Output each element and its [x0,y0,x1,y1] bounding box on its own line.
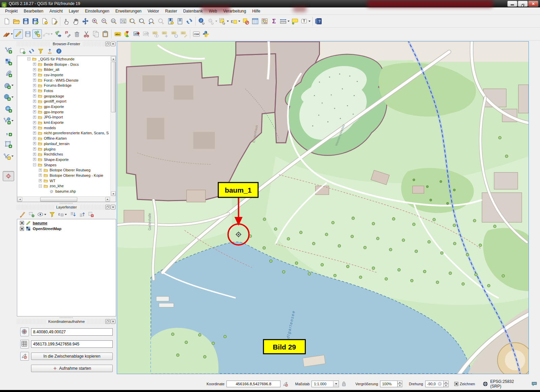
tree-item[interactable]: +gpx-Importe [17,109,110,115]
grid-crs-button[interactable] [20,340,29,348]
tree-item[interactable]: +geotiff_export [17,99,110,104]
show-statistics-button[interactable]: Σ [269,17,279,26]
layers-close-button[interactable] [111,205,115,209]
python-console-button[interactable] [201,29,211,39]
select-by-expression-button[interactable]: ε [230,17,241,26]
tree-expander[interactable]: + [33,105,36,108]
help-button[interactable]: ? [314,17,324,26]
menu-layer[interactable]: Layer [66,8,82,14]
add-postgis-layer-button[interactable] [3,81,14,90]
save-project-as-button[interactable] [30,17,40,26]
tree-expander[interactable]: + [33,142,36,145]
scale-lock-icon[interactable] [341,381,347,387]
tree-expander[interactable]: + [33,126,36,129]
browser-hscrollbar[interactable]: ◄ ► [17,196,110,202]
coordinate-float-button[interactable] [105,319,110,324]
menu-raster[interactable]: Raster [162,8,180,14]
crs-globe-button[interactable] [20,328,29,336]
zoom-to-layer-button[interactable] [137,17,147,26]
highlight-pinned-labels-button[interactable]: ab [141,29,151,39]
current-edits-button[interactable] [2,29,14,39]
tree-expander[interactable]: + [33,158,36,161]
dropdown-arrow-icon[interactable] [44,214,46,215]
tree-item[interactable]: +plugins [17,146,110,152]
tree-item[interactable]: +Rechtliches [17,151,110,157]
remove-layer-button[interactable] [87,211,95,219]
tree-expander[interactable]: − [33,163,36,166]
pan-map-button[interactable] [71,17,81,26]
layer-visibility-checkbox[interactable]: ✕ [20,221,24,225]
tree-expander[interactable]: + [33,73,36,76]
rotation-spinbox[interactable]: -90,0 ✕ ▲▼ [425,381,449,387]
tree-item[interactable]: +Shape-Exporte [17,157,110,162]
zoom-in-button[interactable] [90,17,100,26]
tree-expander[interactable]: + [33,110,36,113]
tree-expander[interactable]: + [33,79,36,82]
layers-float-button[interactable] [105,205,110,209]
tree-item[interactable]: +Fotos [17,88,110,93]
metasearch-button[interactable]: CSW [192,29,201,39]
dropdown-arrow-icon[interactable] [288,21,290,22]
filter-expression-button[interactable]: ε [57,211,68,219]
new-print-composer-button[interactable] [40,17,49,26]
measure-line-button[interactable] [279,17,290,26]
menu-ansicht[interactable]: Ansicht [46,8,65,14]
tree-item[interactable]: +Beide Biotope - Docs [17,62,110,67]
layer-styling-button[interactable] [18,211,26,219]
messages-icon[interactable] [531,381,537,387]
minimize-button[interactable] [507,1,517,7]
filter-browser-button[interactable] [36,47,45,55]
menu-einstellungen[interactable]: Einstellungen [82,8,112,14]
reshape-features-button[interactable] [63,29,72,39]
magnifier-spinbox[interactable]: 100% ▲▼ [380,381,402,387]
tree-expander[interactable]: + [33,137,36,140]
add-wcs-layer-button[interactable] [4,104,13,114]
zoom-to-selection-button[interactable] [128,17,137,26]
render-checkbox[interactable]: ✕ Zeichnen [454,382,475,386]
start-capture-button[interactable]: Aufnahme starten [31,365,113,372]
dropdown-arrow-icon[interactable] [11,156,14,157]
tree-expander[interactable]: + [33,68,36,71]
deselect-all-button[interactable] [241,17,250,26]
new-project-button[interactable] [2,17,11,26]
dropdown-arrow-icon[interactable] [308,21,310,22]
change-label-button[interactable]: abc [179,29,189,39]
tree-expander[interactable]: + [33,147,36,150]
dropdown-arrow-icon[interactable] [11,96,14,98]
tree-expander[interactable]: − [39,185,42,188]
dropdown-arrow-icon[interactable] [215,21,217,22]
move-feature-button[interactable] [53,29,63,39]
projected-coordinate-field[interactable] [31,340,113,348]
tree-expander[interactable]: + [33,121,36,124]
refresh-button[interactable] [185,17,194,26]
zoom-last-button[interactable] [147,17,156,26]
tree-item[interactable]: +nicht georeferenzierte Karten, Scans, S [17,131,110,136]
tree-expander[interactable]: + [39,179,42,182]
node-tool-button[interactable] [42,29,53,39]
tree-item[interactable]: +Forst - WMS-Dienste [17,78,110,83]
browser-vscrollbar[interactable]: ▲ ▼ [110,56,116,196]
browser-close-button[interactable] [111,41,115,46]
tree-expander[interactable]: + [33,94,36,97]
add-delimited-text-layer-button[interactable]: , [4,128,13,137]
add-selected-layers-button[interactable] [18,47,26,55]
layer-row[interactable]: ✕OpenStreetMap [17,226,116,231]
zoom-native-button[interactable]: 1:1 [109,17,118,26]
save-layer-edits-button[interactable] [23,29,32,39]
menu-vektor[interactable]: Vektor [144,8,162,14]
tree-expander[interactable]: + [33,116,36,119]
geographic-coordinate-field[interactable] [31,328,113,336]
identify-features-button[interactable]: i [197,17,207,26]
pan-to-selection-button[interactable] [81,17,90,26]
touch-zoom-button[interactable] [62,17,71,26]
tree-expander[interactable]: − [27,57,30,60]
add-wms-layer-button[interactable] [3,92,14,102]
dropdown-arrow-icon[interactable] [65,214,67,215]
tree-item[interactable]: −_QGIS für Pilzfreunde [17,56,110,62]
run-feature-action-button[interactable] [207,17,218,26]
layer-labeling-button[interactable]: abc [113,29,123,39]
delete-selected-button[interactable] [72,29,82,39]
tree-item[interactable]: baeume.shp [17,189,110,194]
refresh-browser-button[interactable] [27,47,35,55]
layer-visibility-checkbox[interactable]: ✕ [20,227,24,231]
